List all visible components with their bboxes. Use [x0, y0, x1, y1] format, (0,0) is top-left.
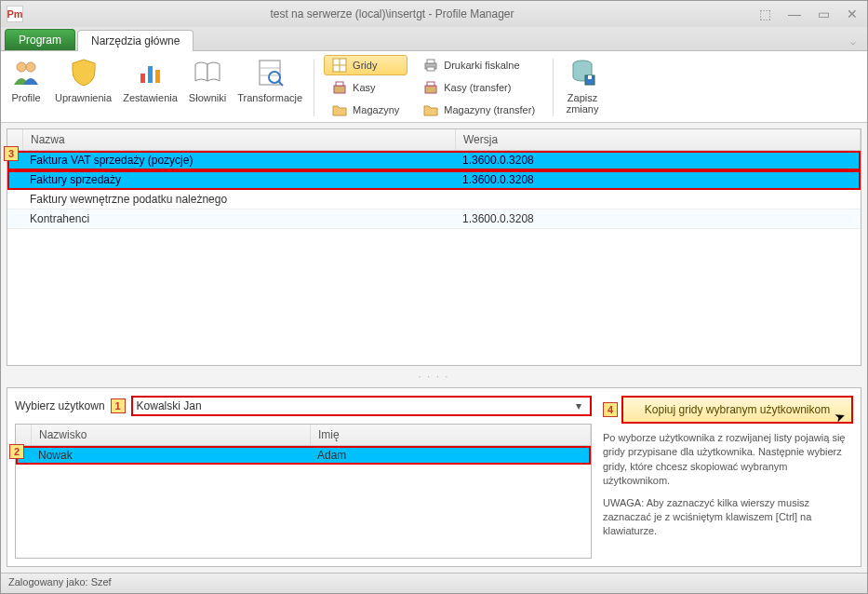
ribbon-save[interactable]: Zapisz zmiany: [563, 55, 602, 120]
ribbon-label: Słowniki: [189, 92, 226, 103]
ribbon-label: Magazyny: [353, 104, 399, 115]
ribbon-dictionaries[interactable]: Słowniki: [187, 55, 228, 120]
ribbon-small-col2: Drukarki fiskalne Kasy (transfer) Magazy…: [415, 55, 543, 120]
badge-2: 2: [9, 444, 24, 459]
svg-rect-22: [588, 75, 592, 79]
grid-body[interactable]: Faktura VAT sprzedaży (pozycje) 1.3600.0…: [7, 151, 861, 365]
cell-version: 1.3600.0.3208: [455, 151, 861, 169]
ribbon-drukarki[interactable]: Drukarki fiskalne: [415, 55, 543, 75]
ribbon-kasy[interactable]: Kasy: [324, 77, 407, 98]
svg-rect-3: [148, 66, 153, 83]
grid-header: Nazwa Wersja: [7, 129, 861, 151]
copy-button-label: Kopiuj gridy wybranym użytkownikom: [645, 403, 830, 416]
col-nazwa[interactable]: Nazwa: [23, 129, 456, 150]
help-text-1: Po wyborze użytkownika z rozwijanej list…: [603, 431, 853, 489]
sheet-search-icon: [252, 55, 287, 90]
col-imie[interactable]: Imię: [311, 425, 591, 445]
ribbon-label: Kasy (transfer): [444, 82, 511, 93]
col-wersja[interactable]: Wersja: [456, 129, 861, 150]
ribbon-label: Profile: [11, 92, 40, 103]
svg-rect-16: [427, 60, 434, 63]
col-nazwisko[interactable]: Nazwisko: [32, 425, 311, 445]
ribbon-label: Uprawnienia: [55, 92, 112, 103]
main-window: Pm test na serwerze (local)\insertgt - P…: [0, 0, 868, 594]
ribbon-small-col1: Gridy Kasy Magazyny: [324, 55, 407, 120]
ribbon-label: Gridy: [353, 60, 377, 71]
database-save-icon: [565, 55, 600, 90]
users-grid: Nazwisko Imię Nowak Adam: [15, 424, 592, 559]
status-text: Zalogowany jako: Szef: [8, 576, 112, 587]
ribbon-label: Kasy: [353, 82, 375, 93]
table-row[interactable]: Faktury sprzedaży 1.3600.0.3208: [7, 170, 861, 190]
bottom-panel: Wybierz użytkown 1 Kowalski Jan ▾ 2 Nazw…: [7, 387, 861, 567]
grid-icon: [332, 58, 347, 73]
table-row[interactable]: Faktura VAT sprzedaży (pozycje) 1.3600.0…: [7, 151, 861, 170]
ribbon-permissions[interactable]: Uprawnienia: [53, 55, 114, 120]
help-icon[interactable]: ⬚: [755, 7, 775, 21]
splitter[interactable]: · · · ·: [7, 371, 861, 382]
top-grid: 3 Nazwa Wersja Faktura VAT sprzedaży (po…: [7, 128, 861, 366]
ribbon-transformations[interactable]: Transformacje: [235, 55, 304, 120]
ribbon-label: Transformacje: [237, 92, 302, 103]
cell-name: Faktury wewnętrzne podatku należnego: [22, 190, 455, 209]
cell-name: Adam: [310, 446, 591, 465]
users-icon: [8, 55, 44, 90]
minimize-icon[interactable]: —: [784, 7, 805, 21]
cash-register-icon: [332, 80, 347, 95]
svg-point-0: [17, 62, 26, 72]
titlebar: Pm test na serwerze (local)\insertgt - P…: [1, 1, 867, 27]
badge-4: 4: [603, 402, 618, 417]
cell-version: [455, 190, 861, 209]
chart-icon: [133, 55, 168, 90]
copy-grids-button[interactable]: Kopiuj gridy wybranym użytkownikom ➤: [621, 396, 853, 424]
user-select-row: Wybierz użytkown 1 Kowalski Jan ▾: [15, 396, 592, 416]
svg-rect-2: [140, 74, 145, 83]
status-bar: Zalogowany jako: Szef: [1, 573, 867, 593]
user-label: Wybierz użytkown: [15, 399, 105, 412]
svg-rect-14: [336, 82, 343, 86]
svg-rect-17: [427, 67, 434, 71]
app-icon: Pm: [7, 6, 23, 22]
tab-program[interactable]: Program: [5, 29, 75, 50]
users-grid-body[interactable]: Nowak Adam: [16, 446, 591, 558]
printer-icon: [423, 58, 438, 73]
folder-icon: [332, 102, 347, 117]
table-row[interactable]: Kontrahenci 1.3600.0.3208: [7, 209, 861, 229]
svg-rect-4: [155, 70, 160, 83]
ribbon-reports[interactable]: Zestawienia: [121, 55, 180, 120]
ribbon-label: Zestawienia: [123, 92, 178, 103]
cursor-icon: ➤: [833, 407, 848, 425]
close-icon[interactable]: ✕: [843, 7, 861, 21]
cash-register-icon: [423, 80, 438, 95]
ribbon-label: Magazyny (transfer): [444, 104, 535, 115]
svg-rect-19: [427, 82, 434, 86]
badge-icon: [66, 55, 101, 90]
cell-version: 1.3600.0.3208: [455, 209, 861, 228]
ribbon-profile[interactable]: Profile: [7, 55, 46, 120]
chevron-down-icon: ▾: [571, 399, 586, 412]
table-row[interactable]: Nowak Adam: [16, 446, 591, 465]
ribbon-magazyny-transfer[interactable]: Magazyny (transfer): [415, 100, 543, 120]
window-controls: ⬚ — ▭ ✕: [755, 7, 861, 21]
badge-1: 1: [111, 398, 126, 413]
svg-rect-18: [425, 86, 436, 93]
ribbon-collapse-icon[interactable]: ⌵: [843, 33, 863, 50]
content-area: 3 Nazwa Wersja Faktura VAT sprzedaży (po…: [1, 123, 867, 573]
book-icon: [190, 55, 225, 90]
tab-main-tools[interactable]: Narzędzia główne: [77, 30, 194, 51]
cell-name: Kontrahenci: [22, 209, 455, 228]
cell-surname: Nowak: [31, 446, 310, 465]
users-grid-header: Nazwisko Imię: [16, 425, 591, 446]
ribbon-kasy-transfer[interactable]: Kasy (transfer): [415, 77, 543, 98]
ribbon-label: Zapisz zmiany: [567, 92, 599, 115]
user-combo[interactable]: Kowalski Jan ▾: [131, 396, 592, 416]
ribbon: Profile Uprawnienia Zestawienia Słowniki…: [1, 51, 867, 123]
badge-3: 3: [4, 146, 19, 161]
ribbon-tabs: Program Narzędzia główne ⌵: [1, 27, 867, 51]
maximize-icon[interactable]: ▭: [814, 7, 834, 21]
ribbon-magazyny[interactable]: Magazyny: [324, 100, 407, 120]
window-title: test na serwerze (local)\insertgt - Prof…: [29, 7, 755, 20]
svg-point-1: [26, 62, 35, 72]
ribbon-gridy[interactable]: Gridy: [324, 55, 407, 75]
table-row[interactable]: Faktury wewnętrzne podatku należnego: [7, 190, 861, 209]
